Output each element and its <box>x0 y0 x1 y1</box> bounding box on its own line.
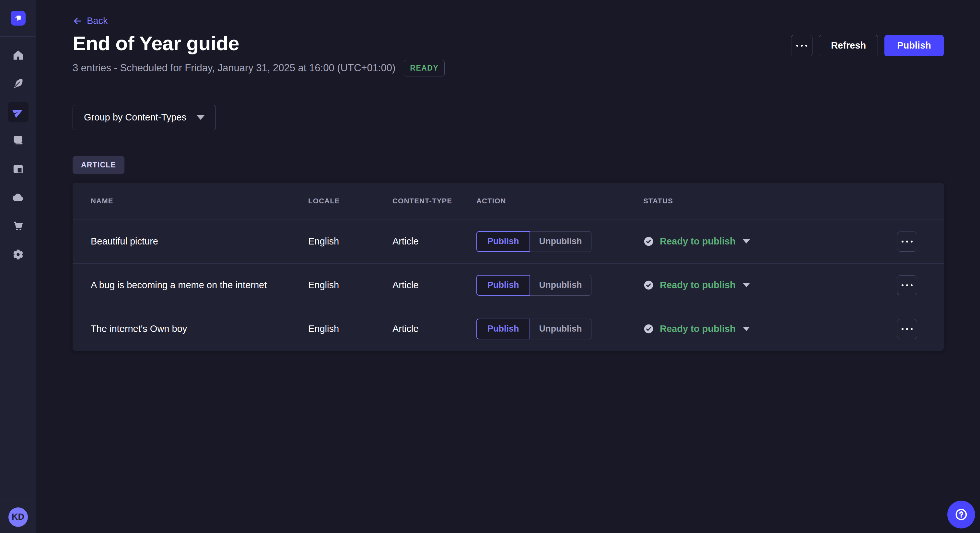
home-icon <box>12 49 24 61</box>
publish-action-button[interactable]: Publish <box>476 231 530 252</box>
action-segmented-control: Publish Unpublish <box>476 275 592 296</box>
question-mark-icon <box>954 508 968 522</box>
entry-more-cell <box>887 232 926 252</box>
chevron-down-icon <box>197 115 205 120</box>
entry-content-type: Article <box>393 236 476 247</box>
refresh-button[interactable]: Refresh <box>819 35 878 56</box>
entry-name: Beautiful picture <box>91 236 308 247</box>
logo-area <box>0 0 36 36</box>
table-header-row: NAME LOCALE CONTENT-TYPE ACTION STATUS <box>73 182 944 219</box>
header-row: End of Year guide 3 entries - Scheduled … <box>73 32 944 76</box>
column-header-status: STATUS <box>643 197 887 205</box>
ellipsis-icon <box>902 328 913 330</box>
check-circle-icon <box>643 280 654 290</box>
entry-name: A bug is becoming a meme on the internet <box>91 280 308 290</box>
ellipsis-icon <box>796 45 807 47</box>
publish-button[interactable]: Publish <box>885 35 944 56</box>
ellipsis-icon <box>902 284 913 286</box>
paper-plane-icon <box>10 104 26 120</box>
action-segmented-control: Publish Unpublish <box>476 319 592 339</box>
publish-action-button[interactable]: Publish <box>476 275 530 296</box>
feather-icon <box>12 78 24 89</box>
sidebar-footer: KD <box>0 501 36 533</box>
group-by-dropdown[interactable]: Group by Content-Types <box>73 105 216 130</box>
content-type-badge: ARTICLE <box>73 156 124 174</box>
title-block: End of Year guide 3 entries - Scheduled … <box>73 32 445 76</box>
arrow-left-icon <box>73 16 82 26</box>
status-label: Ready to publish <box>660 280 736 290</box>
entry-locale: English <box>308 324 393 334</box>
check-circle-icon <box>643 236 654 247</box>
entry-action-cell: Publish Unpublish <box>476 275 643 296</box>
row-more-button[interactable] <box>897 232 917 252</box>
media-library-icon <box>12 135 24 146</box>
entry-content-type: Article <box>393 324 476 334</box>
action-segmented-control: Publish Unpublish <box>476 231 592 252</box>
back-label: Back <box>87 16 108 26</box>
entry-status-cell: Ready to publish <box>643 236 887 247</box>
strapi-logo[interactable] <box>11 11 25 25</box>
group-by-label: Group by Content-Types <box>84 112 186 123</box>
status-badge: READY <box>404 60 445 76</box>
gear-icon <box>12 249 24 260</box>
entry-action-cell: Publish Unpublish <box>476 319 643 339</box>
entry-locale: English <box>308 236 393 247</box>
entry-status-cell: Ready to publish <box>643 324 887 334</box>
sidebar: KD <box>0 0 36 533</box>
page-title: End of Year guide <box>73 32 445 55</box>
chevron-down-icon[interactable] <box>743 283 750 287</box>
entries-table: NAME LOCALE CONTENT-TYPE ACTION STATUS B… <box>73 182 944 351</box>
sidebar-item-releases[interactable] <box>8 102 29 122</box>
sidebar-item-content-type-builder[interactable] <box>8 159 29 179</box>
chevron-down-icon[interactable] <box>743 239 750 244</box>
header-actions: Refresh Publish <box>791 35 944 56</box>
ellipsis-icon <box>902 241 913 243</box>
cart-icon <box>12 220 24 232</box>
help-button[interactable] <box>947 501 975 528</box>
entry-content-type: Article <box>393 280 476 290</box>
entry-status-cell: Ready to publish <box>643 280 887 290</box>
unpublish-action-button[interactable]: Unpublish <box>530 231 592 252</box>
table-row: A bug is becoming a meme on the internet… <box>73 263 944 307</box>
entry-more-cell <box>887 319 926 339</box>
header-more-button[interactable] <box>791 35 813 56</box>
column-header-content-type: CONTENT-TYPE <box>393 197 476 205</box>
publish-action-button[interactable]: Publish <box>476 319 530 339</box>
main-content: Back End of Year guide 3 entries - Sched… <box>36 0 980 533</box>
row-more-button[interactable] <box>897 275 917 295</box>
back-link[interactable]: Back <box>73 16 108 26</box>
sidebar-item-content-manager[interactable] <box>8 73 29 94</box>
entry-locale: English <box>308 280 393 290</box>
entry-action-cell: Publish Unpublish <box>476 231 643 252</box>
layout-icon <box>12 163 24 175</box>
table-row: Beautiful picture English Article Publis… <box>73 219 944 263</box>
sidebar-item-home[interactable] <box>8 45 29 65</box>
main-nav <box>8 45 29 265</box>
status-label: Ready to publish <box>660 324 736 334</box>
status-label: Ready to publish <box>660 236 736 247</box>
entry-more-cell <box>887 275 926 295</box>
avatar[interactable]: KD <box>8 508 28 527</box>
column-header-locale: LOCALE <box>308 197 393 205</box>
unpublish-action-button[interactable]: Unpublish <box>530 275 592 296</box>
page-subtitle: 3 entries - Scheduled for Friday, Januar… <box>73 62 395 74</box>
column-header-name: NAME <box>91 197 308 205</box>
sidebar-item-settings[interactable] <box>8 244 29 265</box>
strapi-logo-glyph <box>13 13 24 24</box>
sidebar-item-media-library[interactable] <box>8 130 29 151</box>
column-header-action: ACTION <box>476 197 643 205</box>
chevron-down-icon[interactable] <box>743 327 750 331</box>
group-badge-row: ARTICLE <box>73 156 944 174</box>
unpublish-action-button[interactable]: Unpublish <box>530 319 592 339</box>
table-body: Beautiful picture English Article Publis… <box>73 219 944 351</box>
sidebar-item-cloud[interactable] <box>8 187 29 208</box>
row-more-button[interactable] <box>897 319 917 339</box>
cloud-icon <box>12 192 24 203</box>
entry-name: The internet's Own boy <box>91 324 308 334</box>
check-circle-icon <box>643 324 654 334</box>
sidebar-item-marketplace[interactable] <box>8 216 29 236</box>
table-row: The internet's Own boy English Article P… <box>73 307 944 351</box>
